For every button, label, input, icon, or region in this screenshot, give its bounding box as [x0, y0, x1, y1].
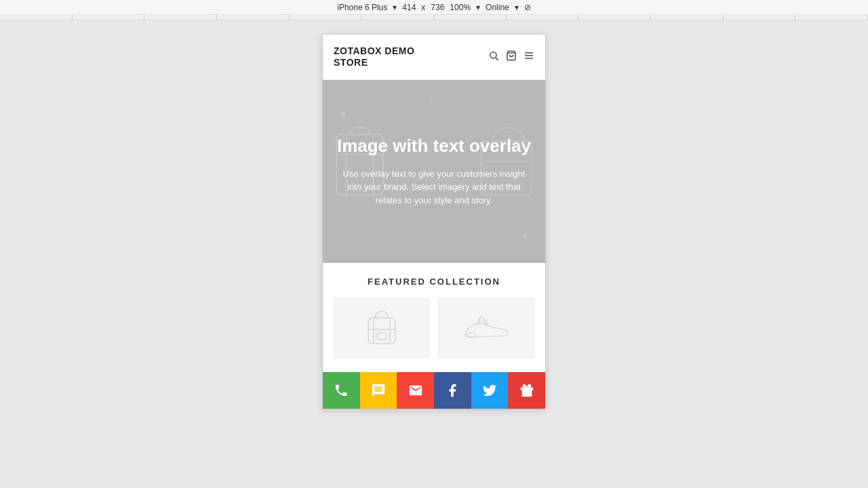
ruler-tick	[724, 15, 796, 20]
svg-point-14	[523, 233, 527, 237]
product-card-2[interactable]	[438, 298, 534, 359]
ruler-tick	[290, 15, 362, 20]
store-name: ZOTABOX DEMO STORE	[334, 45, 414, 68]
circle-icon: ⊘	[524, 3, 531, 12]
facebook-button[interactable]	[434, 372, 471, 409]
hero-description: Use overlay text to give your customers …	[336, 167, 532, 207]
device-arrow[interactable]: ▾	[393, 3, 397, 12]
x-label: x	[421, 3, 425, 12]
top-bar: iPhone 6 Plus ▾ 414 x 736 100% ▾ Online …	[0, 0, 868, 15]
ruler-tick	[507, 15, 579, 20]
svg-rect-25	[521, 387, 533, 390]
header-icons	[488, 50, 534, 64]
ruler	[0, 15, 868, 20]
hero-title: Image with text overlay	[337, 136, 531, 157]
search-icon[interactable]	[488, 50, 499, 64]
ruler-tick	[795, 15, 868, 20]
ruler-tick	[651, 15, 724, 20]
svg-point-15	[429, 99, 432, 102]
email-button[interactable]	[397, 372, 434, 409]
menu-icon[interactable]	[524, 50, 534, 64]
backpack-icon	[361, 308, 402, 348]
online-arrow[interactable]: ▾	[515, 3, 519, 12]
store-header: ZOTABOX DEMO STORE	[323, 35, 545, 80]
svg-line-1	[496, 58, 498, 60]
svg-point-13	[341, 112, 345, 116]
phone-button[interactable]	[323, 372, 360, 409]
ruler-tick	[217, 15, 290, 20]
svg-point-20	[376, 333, 387, 340]
ruler-tick	[434, 15, 507, 20]
product-grid	[334, 298, 534, 359]
height-value: 736	[431, 3, 444, 12]
product-card-1[interactable]	[334, 298, 430, 359]
device-label: iPhone 6 Plus	[337, 3, 387, 12]
gift-button[interactable]	[508, 372, 545, 409]
bottom-bar	[323, 372, 545, 409]
ruler-tick	[578, 15, 651, 20]
featured-collection-title: FEATURED COLLECTION	[334, 277, 534, 287]
cart-icon[interactable]	[506, 50, 517, 64]
zoom-arrow[interactable]: ▾	[476, 3, 480, 12]
online-status: Online	[486, 3, 509, 12]
chat-button[interactable]	[360, 372, 397, 409]
ruler-tick	[361, 15, 434, 20]
phone-preview: ZOTABOX DEMO STORE	[322, 34, 546, 409]
twitter-button[interactable]	[471, 372, 509, 409]
ruler-tick	[73, 15, 145, 20]
svg-point-0	[490, 52, 496, 58]
main-area: ZOTABOX DEMO STORE	[0, 20, 868, 488]
hero-section: Image with text overlay Use overlay text…	[323, 80, 545, 263]
width-value: 414	[402, 3, 416, 12]
featured-section: FEATURED COLLECTION	[323, 263, 545, 372]
svg-point-10	[350, 127, 370, 135]
ruler-tick	[0, 15, 73, 20]
ruler-tick	[144, 15, 217, 20]
zoom-value: 100%	[450, 3, 471, 12]
shoe-icon	[462, 311, 510, 345]
